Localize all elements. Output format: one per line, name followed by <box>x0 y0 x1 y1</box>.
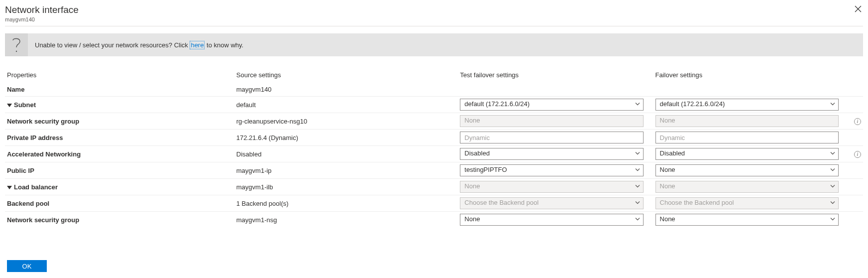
page-title: Network interface <box>5 4 79 16</box>
failover-public-ip-select[interactable]: None <box>655 164 839 176</box>
col-header-properties: Properties <box>5 68 234 82</box>
grid-header-row: Properties Source settings Test failover… <box>5 68 863 82</box>
caret-down-icon <box>7 186 12 189</box>
label-nsg-child: Network security group <box>5 113 234 130</box>
question-icon <box>11 36 22 53</box>
test-lb-select: None <box>460 181 643 193</box>
test-private-ip-input[interactable] <box>460 132 643 143</box>
info-bar-prefix: Unable to view / select your network res… <box>35 41 190 49</box>
close-button[interactable] <box>853 4 863 14</box>
failover-subnet-select[interactable]: default (172.21.6.0/24) <box>655 99 839 111</box>
test-backend-select: Choose the Backend pool <box>460 197 643 209</box>
source-backend: 1 Backend pool(s) <box>234 195 458 212</box>
properties-grid: Properties Source settings Test failover… <box>5 68 863 228</box>
label-lb[interactable]: Load balancer <box>5 179 234 195</box>
svg-point-2 <box>16 51 17 52</box>
page-subtitle: maygvm140 <box>5 16 79 23</box>
label-name: Name <box>5 82 234 97</box>
row-private-ip: Private IP address 172.21.6.4 (Dynamic) <box>5 130 863 146</box>
label-backend: Backend pool <box>5 195 234 212</box>
source-name: maygvm140 <box>234 82 458 97</box>
test-accel-select[interactable]: Disabled <box>460 148 643 160</box>
info-bar-link[interactable]: here <box>190 41 205 49</box>
source-private-ip: 172.21.6.4 (Dynamic) <box>234 130 458 146</box>
row-load-balancer: Load balancer maygvm1-ilb None None <box>5 179 863 195</box>
source-lb: maygvm1-ilb <box>234 179 458 195</box>
label-public-ip: Public IP <box>5 162 234 179</box>
row-accelerated-networking: Accelerated Networking Disabled Disabled… <box>5 146 863 162</box>
row-name: Name maygvm140 <box>5 82 863 97</box>
footer-bar: OK <box>7 260 47 272</box>
col-header-test: Test failover settings <box>458 68 645 82</box>
failover-private-ip-input[interactable] <box>655 132 839 143</box>
caret-down-icon <box>7 104 12 107</box>
header-titles: Network interface maygvm140 <box>5 4 79 23</box>
blade-header: Network interface maygvm140 <box>5 4 863 26</box>
row-public-ip: Public IP maygvm1-ip testingPIPTFO None <box>5 162 863 179</box>
col-header-failover: Failover settings <box>653 68 841 82</box>
close-icon <box>855 5 862 12</box>
label-accel: Accelerated Networking <box>5 146 234 162</box>
info-bar-suffix: to know why. <box>205 41 243 49</box>
test-nsg-child-field: None <box>460 115 643 127</box>
label-nsg: Network security group <box>5 212 234 228</box>
row-nsg-child: Network security group rg-cleanupservice… <box>5 113 863 130</box>
row-backend-pool: Backend pool 1 Backend pool(s) Choose th… <box>5 195 863 212</box>
failover-nsg-child-field: None <box>655 115 839 127</box>
failover-backend-select: Choose the Backend pool <box>655 197 839 209</box>
info-bar: Unable to view / select your network res… <box>5 33 863 56</box>
ok-button[interactable]: OK <box>7 260 47 272</box>
failover-accel-select[interactable]: Disabled <box>655 148 839 160</box>
source-accel: Disabled <box>234 146 458 162</box>
source-nsg-child: rg-cleanupservice-nsg10 <box>234 113 458 130</box>
source-subnet: default <box>234 97 458 113</box>
info-bar-text: Unable to view / select your network res… <box>28 41 250 49</box>
row-subnet: Subnet default default (172.21.6.0/24) d… <box>5 97 863 113</box>
info-icon[interactable]: i <box>854 151 861 158</box>
test-nsg-select[interactable]: None <box>460 214 643 226</box>
col-header-source: Source settings <box>234 68 458 82</box>
test-subnet-select[interactable]: default (172.21.6.0/24) <box>460 99 643 111</box>
network-interface-blade: Network interface maygvm140 Unable to vi… <box>0 0 868 278</box>
source-public-ip: maygvm1-ip <box>234 162 458 179</box>
source-nsg: maygvm1-nsg <box>234 212 458 228</box>
label-private-ip: Private IP address <box>5 130 234 146</box>
info-bar-icon-box <box>5 33 28 56</box>
label-subnet[interactable]: Subnet <box>5 97 234 113</box>
failover-nsg-select[interactable]: None <box>655 214 839 226</box>
failover-lb-select: None <box>655 181 839 193</box>
row-nsg: Network security group maygvm1-nsg None … <box>5 212 863 228</box>
test-public-ip-select[interactable]: testingPIPTFO <box>460 164 643 176</box>
info-icon[interactable]: i <box>854 118 861 125</box>
